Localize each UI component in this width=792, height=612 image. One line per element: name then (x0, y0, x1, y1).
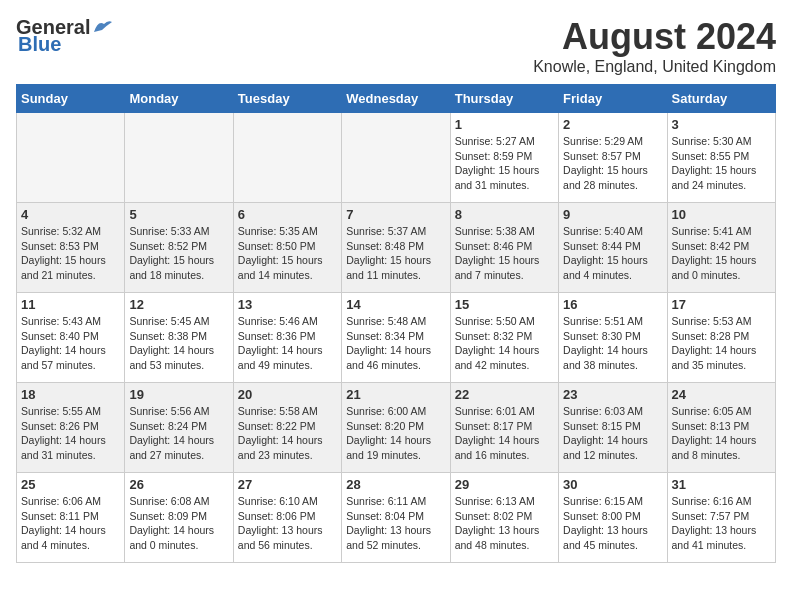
calendar-cell: 20Sunrise: 5:58 AM Sunset: 8:22 PM Dayli… (233, 383, 341, 473)
day-number: 29 (455, 477, 554, 492)
calendar-cell: 25Sunrise: 6:06 AM Sunset: 8:11 PM Dayli… (17, 473, 125, 563)
day-info: Sunrise: 6:05 AM Sunset: 8:13 PM Dayligh… (672, 404, 771, 463)
day-number: 25 (21, 477, 120, 492)
day-info: Sunrise: 5:45 AM Sunset: 8:38 PM Dayligh… (129, 314, 228, 373)
calendar-cell: 6Sunrise: 5:35 AM Sunset: 8:50 PM Daylig… (233, 203, 341, 293)
day-number: 19 (129, 387, 228, 402)
day-number: 4 (21, 207, 120, 222)
calendar-cell: 1Sunrise: 5:27 AM Sunset: 8:59 PM Daylig… (450, 113, 558, 203)
day-number: 30 (563, 477, 662, 492)
weekday-header-saturday: Saturday (667, 85, 775, 113)
calendar-cell: 15Sunrise: 5:50 AM Sunset: 8:32 PM Dayli… (450, 293, 558, 383)
header: General Blue August 2024 Knowle, England… (16, 16, 776, 76)
weekday-header-monday: Monday (125, 85, 233, 113)
weekday-header-wednesday: Wednesday (342, 85, 450, 113)
calendar-cell: 27Sunrise: 6:10 AM Sunset: 8:06 PM Dayli… (233, 473, 341, 563)
calendar-cell: 14Sunrise: 5:48 AM Sunset: 8:34 PM Dayli… (342, 293, 450, 383)
day-info: Sunrise: 6:16 AM Sunset: 7:57 PM Dayligh… (672, 494, 771, 553)
day-info: Sunrise: 5:37 AM Sunset: 8:48 PM Dayligh… (346, 224, 445, 283)
calendar-cell: 12Sunrise: 5:45 AM Sunset: 8:38 PM Dayli… (125, 293, 233, 383)
day-number: 17 (672, 297, 771, 312)
day-info: Sunrise: 5:46 AM Sunset: 8:36 PM Dayligh… (238, 314, 337, 373)
weekday-header-row: SundayMondayTuesdayWednesdayThursdayFrid… (17, 85, 776, 113)
day-info: Sunrise: 6:15 AM Sunset: 8:00 PM Dayligh… (563, 494, 662, 553)
day-number: 12 (129, 297, 228, 312)
calendar-cell: 19Sunrise: 5:56 AM Sunset: 8:24 PM Dayli… (125, 383, 233, 473)
day-info: Sunrise: 5:50 AM Sunset: 8:32 PM Dayligh… (455, 314, 554, 373)
calendar-cell: 7Sunrise: 5:37 AM Sunset: 8:48 PM Daylig… (342, 203, 450, 293)
day-info: Sunrise: 5:35 AM Sunset: 8:50 PM Dayligh… (238, 224, 337, 283)
day-info: Sunrise: 6:03 AM Sunset: 8:15 PM Dayligh… (563, 404, 662, 463)
weekday-header-friday: Friday (559, 85, 667, 113)
logo-blue-text: Blue (18, 33, 61, 56)
week-row-4: 18Sunrise: 5:55 AM Sunset: 8:26 PM Dayli… (17, 383, 776, 473)
day-info: Sunrise: 6:06 AM Sunset: 8:11 PM Dayligh… (21, 494, 120, 553)
day-info: Sunrise: 6:00 AM Sunset: 8:20 PM Dayligh… (346, 404, 445, 463)
weekday-header-tuesday: Tuesday (233, 85, 341, 113)
logo: General Blue (16, 16, 114, 56)
day-number: 2 (563, 117, 662, 132)
day-number: 13 (238, 297, 337, 312)
title-area: August 2024 Knowle, England, United King… (533, 16, 776, 76)
day-number: 27 (238, 477, 337, 492)
day-number: 7 (346, 207, 445, 222)
calendar-cell: 3Sunrise: 5:30 AM Sunset: 8:55 PM Daylig… (667, 113, 775, 203)
day-number: 23 (563, 387, 662, 402)
calendar: SundayMondayTuesdayWednesdayThursdayFrid… (16, 84, 776, 563)
calendar-cell: 2Sunrise: 5:29 AM Sunset: 8:57 PM Daylig… (559, 113, 667, 203)
calendar-cell (125, 113, 233, 203)
calendar-cell: 31Sunrise: 6:16 AM Sunset: 7:57 PM Dayli… (667, 473, 775, 563)
day-number: 5 (129, 207, 228, 222)
day-info: Sunrise: 6:10 AM Sunset: 8:06 PM Dayligh… (238, 494, 337, 553)
day-number: 31 (672, 477, 771, 492)
day-number: 21 (346, 387, 445, 402)
calendar-cell: 16Sunrise: 5:51 AM Sunset: 8:30 PM Dayli… (559, 293, 667, 383)
day-info: Sunrise: 6:11 AM Sunset: 8:04 PM Dayligh… (346, 494, 445, 553)
day-number: 6 (238, 207, 337, 222)
calendar-cell (233, 113, 341, 203)
day-number: 9 (563, 207, 662, 222)
day-number: 10 (672, 207, 771, 222)
calendar-cell: 13Sunrise: 5:46 AM Sunset: 8:36 PM Dayli… (233, 293, 341, 383)
day-number: 11 (21, 297, 120, 312)
day-number: 8 (455, 207, 554, 222)
day-info: Sunrise: 5:32 AM Sunset: 8:53 PM Dayligh… (21, 224, 120, 283)
week-row-5: 25Sunrise: 6:06 AM Sunset: 8:11 PM Dayli… (17, 473, 776, 563)
day-info: Sunrise: 6:13 AM Sunset: 8:02 PM Dayligh… (455, 494, 554, 553)
day-number: 16 (563, 297, 662, 312)
calendar-cell: 17Sunrise: 5:53 AM Sunset: 8:28 PM Dayli… (667, 293, 775, 383)
day-number: 22 (455, 387, 554, 402)
calendar-cell: 29Sunrise: 6:13 AM Sunset: 8:02 PM Dayli… (450, 473, 558, 563)
calendar-cell (342, 113, 450, 203)
calendar-cell: 23Sunrise: 6:03 AM Sunset: 8:15 PM Dayli… (559, 383, 667, 473)
calendar-cell: 21Sunrise: 6:00 AM Sunset: 8:20 PM Dayli… (342, 383, 450, 473)
day-info: Sunrise: 5:48 AM Sunset: 8:34 PM Dayligh… (346, 314, 445, 373)
day-info: Sunrise: 5:38 AM Sunset: 8:46 PM Dayligh… (455, 224, 554, 283)
week-row-2: 4Sunrise: 5:32 AM Sunset: 8:53 PM Daylig… (17, 203, 776, 293)
day-number: 18 (21, 387, 120, 402)
day-info: Sunrise: 6:01 AM Sunset: 8:17 PM Dayligh… (455, 404, 554, 463)
day-info: Sunrise: 5:27 AM Sunset: 8:59 PM Dayligh… (455, 134, 554, 193)
day-number: 3 (672, 117, 771, 132)
day-number: 24 (672, 387, 771, 402)
day-info: Sunrise: 6:08 AM Sunset: 8:09 PM Dayligh… (129, 494, 228, 553)
calendar-cell: 30Sunrise: 6:15 AM Sunset: 8:00 PM Dayli… (559, 473, 667, 563)
day-info: Sunrise: 5:30 AM Sunset: 8:55 PM Dayligh… (672, 134, 771, 193)
day-info: Sunrise: 5:51 AM Sunset: 8:30 PM Dayligh… (563, 314, 662, 373)
calendar-cell: 18Sunrise: 5:55 AM Sunset: 8:26 PM Dayli… (17, 383, 125, 473)
day-number: 15 (455, 297, 554, 312)
week-row-1: 1Sunrise: 5:27 AM Sunset: 8:59 PM Daylig… (17, 113, 776, 203)
day-number: 20 (238, 387, 337, 402)
calendar-cell (17, 113, 125, 203)
calendar-cell: 11Sunrise: 5:43 AM Sunset: 8:40 PM Dayli… (17, 293, 125, 383)
logo-bird-icon (92, 18, 114, 34)
weekday-header-thursday: Thursday (450, 85, 558, 113)
month-year: August 2024 (533, 16, 776, 58)
day-info: Sunrise: 5:29 AM Sunset: 8:57 PM Dayligh… (563, 134, 662, 193)
calendar-cell: 28Sunrise: 6:11 AM Sunset: 8:04 PM Dayli… (342, 473, 450, 563)
weekday-header-sunday: Sunday (17, 85, 125, 113)
calendar-cell: 10Sunrise: 5:41 AM Sunset: 8:42 PM Dayli… (667, 203, 775, 293)
day-info: Sunrise: 5:33 AM Sunset: 8:52 PM Dayligh… (129, 224, 228, 283)
calendar-cell: 26Sunrise: 6:08 AM Sunset: 8:09 PM Dayli… (125, 473, 233, 563)
day-info: Sunrise: 5:40 AM Sunset: 8:44 PM Dayligh… (563, 224, 662, 283)
